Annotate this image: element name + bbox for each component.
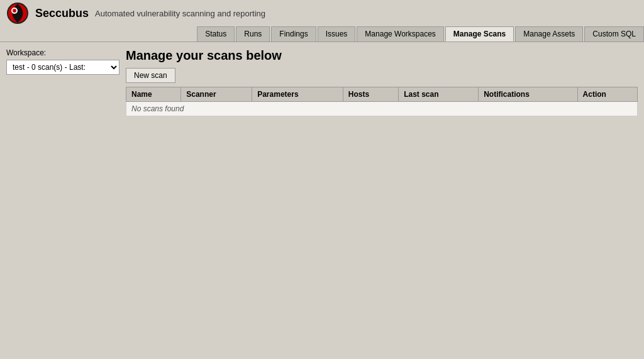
app-subtitle: Automated vulnerability scanning and rep… — [95, 9, 265, 18]
new-scan-button[interactable]: New scan — [126, 68, 175, 83]
tab-custom-sql[interactable]: Custom SQL — [584, 26, 644, 41]
main-content: Workspace: test - 0 scan(s) - Last: Mana… — [0, 42, 644, 123]
col-hosts: Hosts — [343, 87, 398, 102]
tab-manage-assets[interactable]: Manage Assets — [515, 26, 583, 41]
tab-issues[interactable]: Issues — [318, 26, 356, 41]
app-header: Seccubus Automated vulnerability scannin… — [0, 0, 644, 26]
col-last-scan: Last scan — [399, 87, 479, 102]
svg-point-3 — [13, 9, 16, 13]
empty-message: No scans found — [126, 102, 638, 116]
col-scanner: Scanner — [181, 87, 252, 102]
tab-findings[interactable]: Findings — [271, 26, 316, 41]
sidebar: Workspace: test - 0 scan(s) - Last: — [6, 48, 119, 116]
col-parameters: Parameters — [252, 87, 343, 102]
workspace-select[interactable]: test - 0 scan(s) - Last: — [6, 60, 119, 75]
app-title: Seccubus — [35, 7, 89, 20]
scan-table: Name Scanner Parameters Hosts Last scan … — [126, 87, 638, 116]
workspace-label: Workspace: — [6, 48, 119, 57]
table-header-row: Name Scanner Parameters Hosts Last scan … — [126, 87, 638, 102]
table-row-empty: No scans found — [126, 102, 638, 116]
tab-manage-workspaces[interactable]: Manage Workspaces — [357, 26, 444, 41]
page-title: Manage your scans below — [126, 48, 638, 63]
tab-runs[interactable]: Runs — [236, 26, 270, 41]
tab-manage-scans[interactable]: Manage Scans — [445, 26, 514, 41]
col-name: Name — [126, 87, 181, 102]
nav-bar: Status Runs Findings Issues Manage Works… — [0, 26, 644, 42]
tab-status[interactable]: Status — [197, 26, 235, 41]
content-area: Manage your scans below New scan Name Sc… — [126, 48, 638, 116]
col-action: Action — [577, 87, 637, 102]
col-notifications: Notifications — [479, 87, 577, 102]
app-logo — [6, 2, 29, 25]
